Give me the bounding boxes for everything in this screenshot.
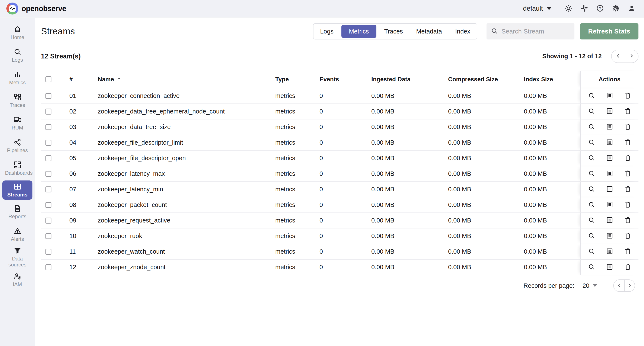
row-checkbox[interactable] [46, 124, 52, 130]
tab-logs[interactable]: Logs [314, 24, 340, 39]
row-checkbox[interactable] [46, 218, 52, 224]
row-checkbox[interactable] [46, 233, 52, 239]
column-header-compressed-size[interactable]: Compressed Size [448, 76, 524, 83]
sidebar-item-traces[interactable]: Traces [0, 89, 35, 112]
column-header-events[interactable]: Events [320, 76, 371, 83]
row-checkbox[interactable] [46, 186, 52, 192]
delete-stream-button[interactable] [623, 247, 632, 256]
explore-stream-button[interactable] [587, 216, 596, 225]
search-stream-box[interactable] [486, 23, 574, 40]
next-page-button[interactable] [624, 280, 634, 292]
select-all-checkbox[interactable] [46, 76, 52, 82]
delete-stream-button[interactable] [623, 138, 632, 148]
delete-stream-button[interactable] [623, 200, 632, 210]
next-page-button[interactable] [625, 50, 638, 62]
brand[interactable]: openobserve [6, 2, 66, 14]
sidebar-item-logs[interactable]: Logs [0, 44, 35, 66]
trash-icon [624, 201, 632, 209]
row-checkbox[interactable] [46, 155, 52, 161]
stream-details-button[interactable] [605, 169, 614, 178]
explore-stream-button[interactable] [587, 107, 596, 116]
stream-details-button[interactable] [605, 232, 614, 241]
delete-stream-button[interactable] [623, 107, 632, 116]
search-stream-input[interactable] [501, 28, 570, 35]
explore-stream-button[interactable] [587, 91, 596, 101]
stream-details-button[interactable] [605, 247, 614, 256]
stream-details-button[interactable] [605, 200, 614, 210]
sidebar-item-streams[interactable]: Streams [2, 180, 32, 200]
sidebar-item-pipelines[interactable]: Pipelines [0, 134, 35, 157]
stream-type: metrics [275, 92, 320, 100]
explore-stream-button[interactable] [587, 169, 596, 178]
records-per-page-select[interactable]: 20 [582, 282, 597, 289]
sidebar: HomeLogsMetricsTracesRUMPipelinesDashboa… [0, 18, 35, 346]
row-checkbox[interactable] [46, 264, 52, 270]
column-header-type[interactable]: Type [275, 76, 320, 83]
slack-button[interactable] [580, 4, 589, 13]
stream-details-button[interactable] [605, 262, 614, 272]
theme-toggle-button[interactable] [564, 4, 573, 13]
prev-page-button[interactable] [614, 280, 624, 292]
delete-stream-button[interactable] [623, 262, 632, 272]
stream-type: metrics [275, 155, 320, 162]
stream-details-button[interactable] [605, 216, 614, 225]
column-header-ingested-data[interactable]: Ingested Data [371, 76, 448, 83]
explore-stream-button[interactable] [587, 247, 596, 256]
explore-stream-button[interactable] [587, 138, 596, 148]
stream-details-button[interactable] [605, 122, 614, 132]
explore-stream-button[interactable] [587, 185, 596, 194]
sidebar-item-data-sources[interactable]: Data sources [0, 246, 35, 268]
help-button[interactable]: ? [595, 4, 605, 13]
sidebar-item-iam[interactable]: IAM [0, 268, 35, 291]
column-header--[interactable]: # [69, 76, 98, 83]
row-checkbox[interactable] [46, 108, 52, 114]
delete-stream-button[interactable] [623, 169, 632, 178]
row-number: 05 [69, 155, 98, 162]
stream-details-button[interactable] [605, 91, 614, 101]
profile-button[interactable] [627, 4, 636, 13]
delete-stream-button[interactable] [623, 232, 632, 241]
delete-stream-button[interactable] [623, 216, 632, 225]
refresh-stats-button[interactable]: Refresh Stats [580, 23, 638, 40]
trash-icon [624, 216, 632, 224]
stream-details-button[interactable] [605, 138, 614, 148]
prev-page-button[interactable] [612, 50, 625, 62]
tab-metadata[interactable]: Metadata [410, 24, 448, 39]
tab-traces[interactable]: Traces [378, 24, 410, 39]
delete-stream-button[interactable] [623, 154, 632, 163]
org-selector[interactable]: default [523, 5, 552, 12]
explore-stream-button[interactable] [587, 232, 596, 241]
sidebar-item-dashboards[interactable]: Dashboards [0, 157, 35, 180]
column-header-index-size[interactable]: Index Size [524, 76, 580, 83]
delete-stream-button[interactable] [623, 185, 632, 194]
delete-stream-button[interactable] [623, 91, 632, 101]
sidebar-item-rum[interactable]: RUM [0, 112, 35, 134]
row-checkbox[interactable] [46, 171, 52, 177]
sidebar-item-metrics[interactable]: Metrics [0, 66, 35, 89]
page-header: Streams LogsMetricsTracesMetadataIndex R… [41, 23, 638, 40]
delete-stream-button[interactable] [623, 122, 632, 132]
row-select-cell [41, 197, 69, 212]
sidebar-item-reports[interactable]: Reports [0, 200, 35, 223]
settings-button[interactable] [611, 4, 620, 13]
row-checkbox[interactable] [46, 140, 52, 146]
stream-compressed-size: 0.00 MB [448, 201, 524, 208]
row-checkbox[interactable] [46, 93, 52, 99]
sidebar-item-alerts[interactable]: Alerts [0, 223, 35, 246]
stream-details-button[interactable] [605, 185, 614, 194]
explore-stream-button[interactable] [587, 154, 596, 163]
explore-stream-button[interactable] [587, 122, 596, 132]
explore-stream-button[interactable] [587, 262, 596, 272]
row-checkbox[interactable] [46, 202, 52, 208]
stream-details-button[interactable] [605, 107, 614, 116]
stream-name: zookeeper_ruok [98, 232, 275, 240]
stream-details-button[interactable] [605, 154, 614, 163]
column-header-name[interactable]: Name [98, 76, 275, 83]
row-checkbox[interactable] [46, 249, 52, 255]
tab-metrics[interactable]: Metrics [342, 25, 376, 38]
trash-icon [624, 139, 632, 146]
app-root: openobserve default [0, 0, 644, 346]
sidebar-item-home[interactable]: Home [0, 21, 35, 44]
explore-stream-button[interactable] [587, 200, 596, 210]
tab-index[interactable]: Index [448, 24, 477, 39]
